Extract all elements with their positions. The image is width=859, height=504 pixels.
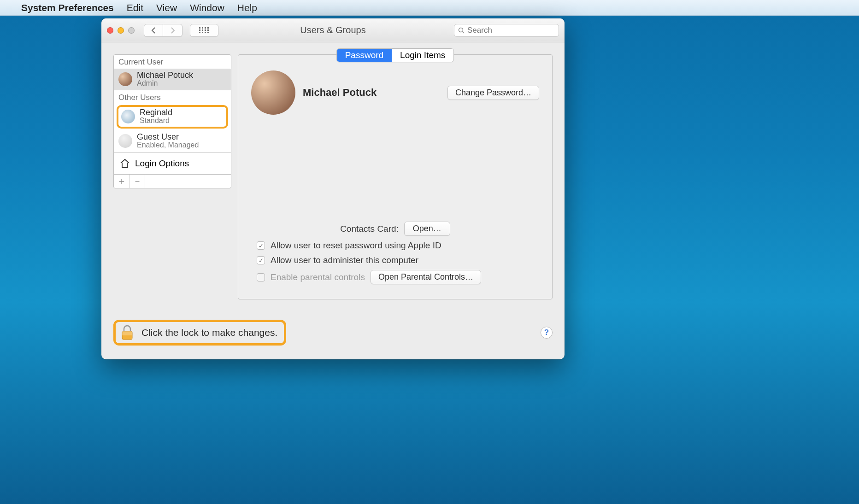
sidebar-user-role: Standard (140, 117, 172, 125)
show-all-prefs-button[interactable] (190, 24, 218, 37)
sidebar-current-user-label: Current User (114, 55, 231, 69)
svg-rect-9 (202, 32, 203, 33)
allow-reset-row: ✓ Allow user to reset password using App… (257, 240, 534, 251)
window-traffic-lights (107, 27, 135, 34)
sidebar-user-role: Enabled, Managed (137, 141, 199, 149)
menu-edit[interactable]: Edit (127, 2, 143, 13)
svg-rect-6 (205, 29, 206, 31)
svg-rect-11 (207, 32, 209, 33)
sidebar-other-users-label: Other Users (114, 90, 231, 104)
lock-icon[interactable] (120, 325, 134, 340)
sidebar-add-remove: ＋ － (114, 174, 231, 188)
sidebar-user-role: Admin (137, 79, 193, 88)
users-sidebar: Current User Michael Potuck Admin Other … (113, 54, 231, 188)
toolbar-search-input[interactable] (467, 26, 555, 35)
svg-rect-0 (199, 27, 200, 29)
annotation-highlight-reginald: Reginald Standard (117, 105, 228, 129)
sidebar-user-name: Michael Potuck (137, 70, 193, 80)
open-contacts-button[interactable]: Open… (404, 222, 450, 236)
sidebar-login-options[interactable]: Login Options (114, 152, 231, 174)
change-password-button[interactable]: Change Password… (447, 86, 539, 100)
detail-tabs: Password Login Items (336, 48, 454, 62)
search-icon (458, 27, 465, 34)
nav-forward-button[interactable] (163, 24, 182, 37)
allow-reset-checkbox[interactable]: ✓ (257, 241, 265, 250)
tab-password[interactable]: Password (337, 49, 392, 62)
parental-row: Enable parental controls Open Parental C… (257, 270, 534, 284)
nav-back-button[interactable] (144, 24, 163, 37)
annotation-highlight-lock: Click the lock to make changes. (113, 320, 286, 346)
svg-point-12 (459, 28, 463, 32)
sidebar-pm-spacer (145, 175, 231, 188)
zoom-window-button[interactable] (128, 27, 135, 34)
allow-reset-label: Allow user to reset password using Apple… (271, 240, 441, 251)
allow-admin-row: ✓ Allow user to administer this computer (257, 255, 534, 265)
sidebar-user-name: Guest User (137, 132, 199, 142)
minimize-window-button[interactable] (118, 27, 124, 34)
svg-rect-1 (202, 27, 203, 29)
contacts-card-label: Contacts Card: (340, 224, 399, 234)
user-display-name: Michael Potuck (303, 87, 440, 99)
svg-rect-7 (207, 29, 209, 31)
parental-label: Enable parental controls (271, 272, 365, 282)
sidebar-user-name: Reginald (140, 108, 172, 117)
avatar-icon (118, 72, 132, 86)
help-button[interactable]: ? (541, 327, 553, 339)
appname-menu[interactable]: System Preferences (21, 2, 114, 13)
nav-back-forward (144, 24, 182, 37)
menu-help[interactable]: Help (237, 2, 257, 13)
remove-user-button[interactable]: － (129, 175, 145, 188)
svg-rect-4 (199, 29, 200, 31)
svg-rect-2 (205, 27, 206, 29)
svg-line-13 (463, 31, 465, 33)
login-options-label: Login Options (135, 158, 189, 169)
menu-view[interactable]: View (156, 2, 177, 13)
sidebar-user-current[interactable]: Michael Potuck Admin (114, 69, 231, 90)
sidebar-user-guest[interactable]: Guest User Enabled, Managed (114, 130, 231, 152)
contacts-card-row: Contacts Card: Open… (257, 222, 534, 236)
home-icon (119, 158, 130, 169)
parental-checkbox[interactable] (257, 273, 265, 281)
prefs-window: Users & Groups Current User Michael Potu… (101, 18, 565, 359)
svg-rect-8 (199, 32, 200, 33)
avatar-icon (118, 134, 132, 148)
lock-text: Click the lock to make changes. (141, 327, 277, 338)
open-parental-controls-button[interactable]: Open Parental Controls… (371, 270, 481, 284)
user-avatar[interactable] (251, 70, 295, 115)
sidebar-user-reginald[interactable]: Reginald Standard (118, 107, 226, 127)
allow-admin-checkbox[interactable]: ✓ (257, 256, 265, 264)
avatar-icon (121, 110, 135, 123)
user-detail-panel: Password Login Items Michael Potuck Chan… (238, 54, 553, 299)
close-window-button[interactable] (107, 27, 113, 34)
window-titlebar: Users & Groups (101, 18, 565, 42)
allow-admin-label: Allow user to administer this computer (271, 255, 418, 265)
toolbar-search[interactable] (454, 24, 559, 37)
add-user-button[interactable]: ＋ (114, 175, 129, 188)
tab-login-items[interactable]: Login Items (392, 49, 453, 62)
svg-rect-3 (207, 27, 209, 29)
mac-menubar: System Preferences Edit View Window Help (0, 0, 859, 16)
svg-rect-5 (202, 29, 203, 31)
menu-window[interactable]: Window (190, 2, 224, 13)
svg-rect-10 (205, 32, 206, 33)
svg-rect-15 (122, 331, 132, 335)
